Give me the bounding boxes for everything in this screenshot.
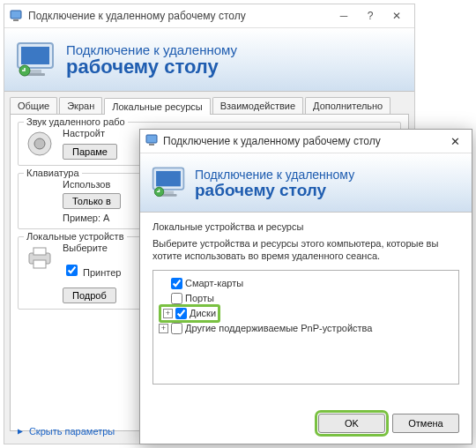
tree-row-disks[interactable]: + Диски <box>159 306 453 321</box>
tab-display[interactable]: Экран <box>59 97 102 114</box>
rdp-icon <box>9 9 23 23</box>
ports-label: Порты <box>185 293 214 303</box>
keyboard-icon <box>24 179 56 211</box>
help-button[interactable]: ? <box>357 7 383 25</box>
hide-params-label: Скрыть параметры <box>29 426 115 437</box>
svg-rect-10 <box>33 248 46 255</box>
section-label: Локальные устройства и ресурсы <box>152 221 459 232</box>
dialog-banner-line2: рабочему столу <box>195 182 354 198</box>
hide-params-link[interactable]: ▲ Скрыть параметры <box>17 426 115 437</box>
monitor-icon <box>15 40 56 80</box>
svg-rect-15 <box>156 171 181 186</box>
printer-icon <box>24 243 56 274</box>
group-keyboard-title: Клавиатура <box>24 168 82 178</box>
cancel-button[interactable]: Отмена <box>392 414 459 433</box>
main-title: Подключение к удаленному рабочему столу <box>28 10 331 22</box>
printers-checkbox[interactable] <box>66 265 78 276</box>
speaker-icon <box>24 128 56 160</box>
tab-general[interactable]: Общие <box>10 97 57 114</box>
tabs: Общие Экран Локальные ресурсы Взаимодейс… <box>4 92 414 114</box>
printers-label: Принтер <box>83 267 121 278</box>
svg-rect-11 <box>33 260 46 268</box>
pnp-checkbox[interactable] <box>171 323 182 334</box>
tree-row-pnp[interactable]: + Другие поддерживаемые PnP-устройства <box>159 321 453 336</box>
expand-icon[interactable]: + <box>159 324 168 333</box>
keyboard-mode-button[interactable]: Только в <box>63 193 121 209</box>
tab-advanced[interactable]: Дополнительно <box>305 97 390 114</box>
disks-label: Диски <box>190 308 216 318</box>
device-tree: Смарт-карты Порты + Диски + Другие подде… <box>152 270 459 385</box>
main-titlebar: Подключение к удаленному рабочему столу … <box>4 4 414 28</box>
dialog-close-button[interactable]: ✕ <box>443 132 466 150</box>
dialog-title: Подключение к удаленному рабочему столу <box>163 135 443 147</box>
ok-button[interactable]: OK <box>318 414 385 433</box>
svg-rect-12 <box>146 135 157 143</box>
expand-icon[interactable]: + <box>163 309 173 318</box>
devices-dialog: Подключение к удаленному рабочему столу … <box>139 129 472 444</box>
dialog-banner-line1: Подключение к удаленному <box>195 168 354 182</box>
printers-checkbox-row[interactable]: Принтер <box>63 267 121 278</box>
dialog-banner: Подключение к удаленному рабочему столу <box>140 153 472 213</box>
highlight-disks: + Диски <box>159 304 220 323</box>
svg-rect-1 <box>13 19 19 21</box>
audio-settings-button[interactable]: Параме <box>63 144 117 160</box>
tab-experience[interactable]: Взаимодействие <box>212 97 303 114</box>
close-button[interactable]: ✕ <box>383 7 410 25</box>
tree-row-smartcards[interactable]: Смарт-карты <box>159 276 453 291</box>
devices-more-button[interactable]: Подроб <box>63 287 116 303</box>
svg-rect-16 <box>163 191 174 194</box>
ports-checkbox[interactable] <box>171 293 182 304</box>
svg-rect-4 <box>29 70 41 73</box>
smartcards-label: Смарт-карты <box>185 278 243 288</box>
disks-checkbox[interactable] <box>175 308 187 319</box>
svg-rect-3 <box>21 47 49 64</box>
chevron-up-icon: ▲ <box>16 427 26 436</box>
main-banner: Подключение к удаленному рабочему столу <box>4 28 414 92</box>
minimize-button[interactable]: ─ <box>331 7 357 25</box>
monitor-icon <box>151 165 186 200</box>
dialog-titlebar: Подключение к удаленному рабочему столу … <box>140 130 472 153</box>
banner-line2: рабочему столу <box>66 57 237 77</box>
smartcards-checkbox[interactable] <box>171 278 182 289</box>
blank-expander <box>159 294 168 303</box>
svg-rect-0 <box>11 11 21 19</box>
blank-expander <box>159 279 168 288</box>
dialog-body: Локальные устройства и ресурсы Выберите … <box>140 213 472 393</box>
tab-local-resources[interactable]: Локальные ресурсы <box>104 98 210 115</box>
svg-point-8 <box>34 138 45 149</box>
svg-rect-13 <box>149 144 154 146</box>
group-devices-title: Локальные устройств <box>24 231 127 242</box>
pnp-label: Другие поддерживаемые PnP-устройства <box>185 323 372 333</box>
group-audio-title: Звук удаленного рабо <box>24 116 128 127</box>
rdp-icon <box>145 134 158 149</box>
section-desc: Выберите устройства и ресурсы этого комп… <box>152 237 459 263</box>
